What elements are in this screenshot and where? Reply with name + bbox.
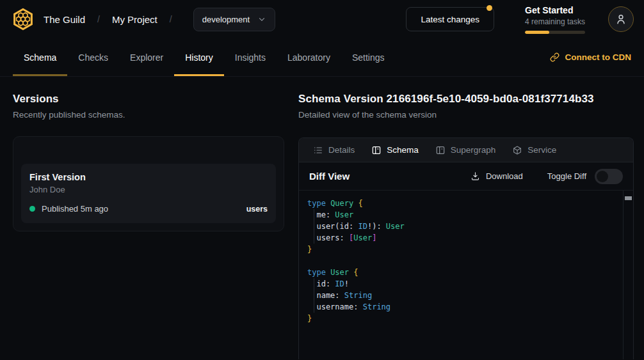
get-started-widget[interactable]: Get Started 4 remaining tasks <box>525 5 589 34</box>
code-line: } <box>307 244 618 255</box>
versions-subtitle: Recently published schemas. <box>13 110 284 120</box>
version-detail-container: DetailsSchemaSupergraphService Diff View… <box>298 137 634 359</box>
get-started-progress-bar <box>525 31 585 34</box>
version-name: First Version <box>29 172 268 182</box>
nav-tab-laboratory[interactable]: Laboratory <box>277 38 341 76</box>
diff-view-header: Diff View Download Toggle Diff <box>299 162 633 191</box>
list-icon <box>313 145 323 155</box>
nav-tab-label: Laboratory <box>287 52 330 63</box>
detail-tab-details[interactable]: Details <box>307 138 361 162</box>
versions-card: First VersionJohn DoePublished 5m agouse… <box>13 136 284 231</box>
detail-tab-label: Supergraph <box>451 145 496 155</box>
code-line: id: ID! <box>307 278 618 290</box>
nav-tab-label: Schema <box>24 52 56 63</box>
primary-nav: SchemaChecksExplorerHistoryInsightsLabor… <box>0 38 644 77</box>
code-line: me: User <box>307 209 618 221</box>
detail-tab-supergraph[interactable]: Supergraph <box>429 138 503 162</box>
breadcrumb-org[interactable]: The Guild <box>44 14 85 25</box>
get-started-progress-fill <box>525 31 549 34</box>
toggle-diff-label: Toggle Diff <box>547 171 586 181</box>
toggle-knob <box>597 171 608 182</box>
download-label: Download <box>486 171 523 181</box>
versions-panel: Versions Recently published schemas. Fir… <box>13 93 284 359</box>
user-avatar[interactable] <box>608 6 634 32</box>
download-icon <box>471 171 480 181</box>
layout-icon <box>435 145 446 155</box>
environment-select[interactable]: development <box>193 8 275 31</box>
get-started-subtitle: 4 remaining tasks <box>525 17 589 26</box>
nav-tab-checks[interactable]: Checks <box>67 38 119 76</box>
guild-logo-icon[interactable] <box>12 8 35 31</box>
version-status: Published 5m ago <box>42 204 108 214</box>
version-service-badge: users <box>246 205 268 214</box>
breadcrumb-separator: / <box>97 14 100 24</box>
code-line: users: [User] <box>307 232 618 244</box>
version-detail-title: Schema Version 2166196f-5e10-4059-bd0a-0… <box>298 93 634 106</box>
version-detail-subtitle: Detailed view of the schema version <box>298 110 634 120</box>
code-scrollbar-track <box>623 191 633 359</box>
top-bar-actions: Latest changes Get Started 4 remaining t… <box>406 5 634 34</box>
code-line <box>307 255 618 267</box>
code-line: user(id: ID!): User <box>307 221 618 232</box>
layout-icon <box>371 145 382 155</box>
code-line: name: String <box>307 290 618 301</box>
version-status-row: Published 5m agousers <box>29 204 268 214</box>
download-button[interactable]: Download <box>471 171 523 181</box>
nav-tab-label: History <box>185 52 213 63</box>
user-icon <box>615 13 627 26</box>
primary-nav-tabs: SchemaChecksExplorerHistoryInsightsLabor… <box>13 38 396 76</box>
nav-tab-history[interactable]: History <box>174 38 224 76</box>
code-scrollbar-thumb[interactable] <box>625 196 632 200</box>
nav-tab-insights[interactable]: Insights <box>224 38 277 76</box>
get-started-title: Get Started <box>525 5 589 15</box>
detail-tab-schema[interactable]: Schema <box>365 138 425 162</box>
code-line: type User { <box>307 267 618 278</box>
version-detail-panel: Schema Version 2166196f-5e10-4059-bd0a-0… <box>298 93 634 359</box>
detail-tab-label: Service <box>527 145 556 155</box>
top-bar: The Guild / My Project / development Lat… <box>0 0 644 38</box>
connect-to-cdn-link[interactable]: Connect to CDN <box>550 38 632 76</box>
versions-list: First VersionJohn DoePublished 5m agouse… <box>21 164 276 223</box>
version-list-item[interactable]: First VersionJohn DoePublished 5m agouse… <box>21 164 276 223</box>
chevron-down-icon <box>257 15 266 24</box>
link-icon <box>550 52 559 62</box>
nav-tab-schema[interactable]: Schema <box>13 38 67 76</box>
diff-view-title: Diff View <box>309 171 350 182</box>
detail-tabstrip: DetailsSchemaSupergraphService <box>299 138 633 162</box>
code-line: } <box>307 313 618 324</box>
detail-tab-label: Details <box>328 145 355 155</box>
code-block: type Query { me: User user(id: ID!): Use… <box>307 198 618 324</box>
toggle-diff-switch[interactable] <box>595 169 623 184</box>
latest-changes-label: Latest changes <box>421 15 479 24</box>
environment-select-value: development <box>202 15 250 24</box>
detail-tab-service[interactable]: Service <box>506 138 563 162</box>
nav-tab-label: Checks <box>78 52 108 63</box>
connect-to-cdn-label: Connect to CDN <box>565 52 632 62</box>
breadcrumb-separator: / <box>170 14 172 24</box>
breadcrumb-project[interactable]: My Project <box>112 14 157 25</box>
latest-changes-button[interactable]: Latest changes <box>406 7 494 31</box>
cube-icon <box>512 145 522 155</box>
nav-tab-explorer[interactable]: Explorer <box>119 38 174 76</box>
code-line: username: String <box>307 301 618 313</box>
versions-title: Versions <box>13 93 284 106</box>
nav-tab-label: Insights <box>235 52 266 63</box>
code-line: type Query { <box>307 198 618 209</box>
nav-tab-label: Settings <box>352 52 385 63</box>
version-author: John Doe <box>29 185 268 194</box>
nav-tab-settings[interactable]: Settings <box>341 38 396 76</box>
schema-code-viewer[interactable]: type Query { me: User user(id: ID!): Use… <box>299 191 633 359</box>
notification-dot <box>487 5 492 11</box>
main-content: Versions Recently published schemas. Fir… <box>0 77 644 359</box>
nav-tab-label: Explorer <box>130 52 163 63</box>
published-status-dot <box>29 206 35 212</box>
detail-tab-label: Schema <box>387 145 419 155</box>
breadcrumb: The Guild / My Project / <box>44 14 184 25</box>
